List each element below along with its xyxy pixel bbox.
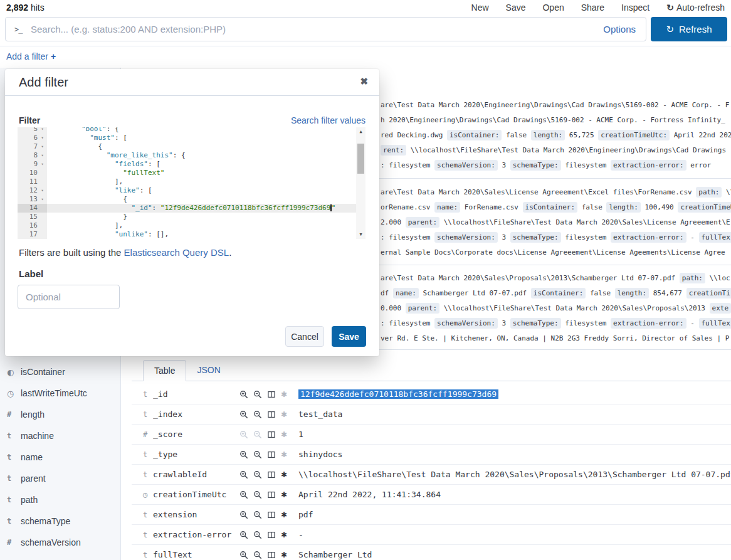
filter-for-value-icon[interactable] <box>239 450 248 459</box>
filter-for-value-icon[interactable] <box>239 410 248 419</box>
toggle-column-icon[interactable] <box>267 430 276 439</box>
menu-open[interactable]: Open <box>542 3 564 13</box>
sidebar-field-schemaVersion[interactable]: #schemaVersion <box>0 532 120 553</box>
field-name: schemaVersion <box>21 537 81 547</box>
field-badge: schemaVersion: <box>434 160 498 171</box>
field-type-icon: t <box>143 551 153 559</box>
fold-spacer <box>38 213 47 221</box>
filter-bar-divider <box>0 46 731 46</box>
filter-out-value-icon[interactable] <box>253 390 262 399</box>
menu-save[interactable]: Save <box>506 3 526 13</box>
editor-gutter: 7▾ <box>18 142 47 151</box>
toggle-column-icon[interactable] <box>267 450 276 459</box>
dsl-text-suffix: . <box>229 247 231 258</box>
tab-table[interactable]: Table <box>143 360 186 381</box>
fold-toggle-icon[interactable]: ▾ <box>38 134 47 142</box>
sidebar-field-path[interactable]: tpath <box>0 489 120 510</box>
scrollbar-thumb[interactable] <box>357 144 364 174</box>
filter-for-value-icon[interactable] <box>239 551 248 559</box>
toggle-column-icon[interactable] <box>267 490 276 499</box>
field-badge: extraction-error: <box>611 160 686 171</box>
fold-toggle-icon[interactable]: ▾ <box>38 195 47 204</box>
row-actions: ✱ <box>239 470 293 479</box>
date-type-icon: ◷ <box>7 389 21 398</box>
filter-out-value-icon[interactable] <box>253 531 262 539</box>
doc-text: ver Rd. E Ste. | Kitchener, ON, Canada |… <box>381 334 729 342</box>
filter-for-value-icon[interactable] <box>239 531 248 539</box>
field-badge: schemaVersion: <box>434 232 498 243</box>
filter-field-present-icon[interactable]: ✱ <box>281 531 287 539</box>
fold-toggle-icon[interactable]: ▾ <box>38 127 47 134</box>
save-button[interactable]: Save <box>332 326 366 347</box>
field-name: machine <box>21 431 54 441</box>
menu-inspect[interactable]: Inspect <box>621 3 649 13</box>
sidebar-field-length[interactable]: #length <box>0 404 120 425</box>
toggle-column-icon[interactable] <box>267 551 276 559</box>
toggle-column-icon[interactable] <box>267 390 276 399</box>
editor-scrollbar[interactable]: ▲ ▼ <box>356 127 366 239</box>
elasticsearch-dsl-link[interactable]: Elasticsearch Query DSL <box>124 247 229 258</box>
field-type-icon: t <box>143 450 153 459</box>
sidebar-field-parent[interactable]: tparent <box>0 468 120 489</box>
doc-text: April 22nd 2022 <box>670 131 731 139</box>
query-options-button[interactable]: Options <box>603 24 636 34</box>
toggle-column-icon[interactable] <box>267 531 276 539</box>
menu-share[interactable]: Share <box>581 3 604 13</box>
toggle-column-icon[interactable] <box>267 510 276 519</box>
row-actions: ✱ <box>239 510 293 519</box>
filter-for-value-icon[interactable] <box>239 470 248 479</box>
menu-auto-refresh[interactable]: ↻Auto-refresh <box>666 3 725 13</box>
json-punct: } <box>123 213 127 221</box>
filter-field-present-icon[interactable]: ✱ <box>281 510 287 519</box>
fold-toggle-icon[interactable]: ▾ <box>38 151 47 160</box>
toggle-column-icon[interactable] <box>267 470 276 479</box>
add-filter-link[interactable]: Add a filter+ <box>6 51 56 61</box>
cancel-button[interactable]: Cancel <box>285 326 324 347</box>
editor-gutter: 5▾ <box>18 127 47 134</box>
fold-toggle-icon[interactable]: ▾ <box>38 186 47 195</box>
filter-out-value-icon <box>253 430 262 439</box>
modal-title: Add filter <box>19 75 68 90</box>
filter-label-input[interactable] <box>18 285 120 309</box>
toggle-column-icon[interactable] <box>267 410 276 419</box>
editor-code: { <box>47 142 102 151</box>
fold-toggle-icon[interactable]: ▾ <box>38 142 47 151</box>
table-row-fullText: tfullText✱Schamberger Ltd <box>132 545 731 560</box>
search-input[interactable] <box>31 18 582 40</box>
console-prompt-icon: >_ <box>14 25 22 34</box>
doc-text: red Decking.dwg <box>381 131 447 139</box>
query-dsl-editor[interactable]: 5▾ "bool": {6▾ "must": [7▾ {8▾ "more_lik… <box>18 127 366 239</box>
scroll-down-icon[interactable]: ▼ <box>356 232 366 237</box>
filter-out-value-icon[interactable] <box>253 410 262 419</box>
field-value: - <box>298 530 303 539</box>
sidebar-field-name[interactable]: tname <box>0 446 120 468</box>
line-number: 10 <box>19 169 38 177</box>
sidebar-field-isContainer[interactable]: ◐isContainer <box>0 361 120 383</box>
sidebar-field-machine[interactable]: tmachine <box>0 425 120 446</box>
field-name: _score <box>153 430 239 439</box>
doc-text: ernal Sample Docs\Corporate docs\License… <box>381 248 725 256</box>
sidebar-field-lastWriteTimeUtc[interactable]: ◷lastWriteTimeUtc <box>0 383 120 404</box>
filter-for-value-icon[interactable] <box>239 510 248 519</box>
filter-field-present-icon[interactable]: ✱ <box>281 551 287 559</box>
filter-out-value-icon[interactable] <box>253 450 262 459</box>
filter-for-value-icon[interactable] <box>239 490 248 499</box>
filter-out-value-icon[interactable] <box>253 470 262 479</box>
editor-code: "more_like_this": { <box>47 151 186 160</box>
filter-field-present-icon[interactable]: ✱ <box>281 490 287 499</box>
fold-toggle-icon[interactable]: ▾ <box>38 160 47 169</box>
filter-for-value-icon[interactable] <box>239 390 248 399</box>
field-name: path <box>21 495 38 505</box>
close-icon[interactable]: ✖ <box>360 76 368 87</box>
scroll-up-icon[interactable]: ▲ <box>356 129 366 134</box>
search-filter-values-link[interactable]: Search filter values <box>291 115 366 125</box>
filter-out-value-icon[interactable] <box>253 551 262 559</box>
refresh-button[interactable]: ↻ Refresh <box>651 17 727 41</box>
tab-json[interactable]: JSON <box>186 360 231 381</box>
sidebar-field-schemaType[interactable]: tschemaType <box>0 510 120 532</box>
filter-field-present-icon[interactable]: ✱ <box>281 470 287 479</box>
field-badge: path: <box>680 273 705 283</box>
filter-out-value-icon[interactable] <box>253 510 262 519</box>
filter-out-value-icon[interactable] <box>253 490 262 499</box>
menu-new[interactable]: New <box>471 3 489 13</box>
